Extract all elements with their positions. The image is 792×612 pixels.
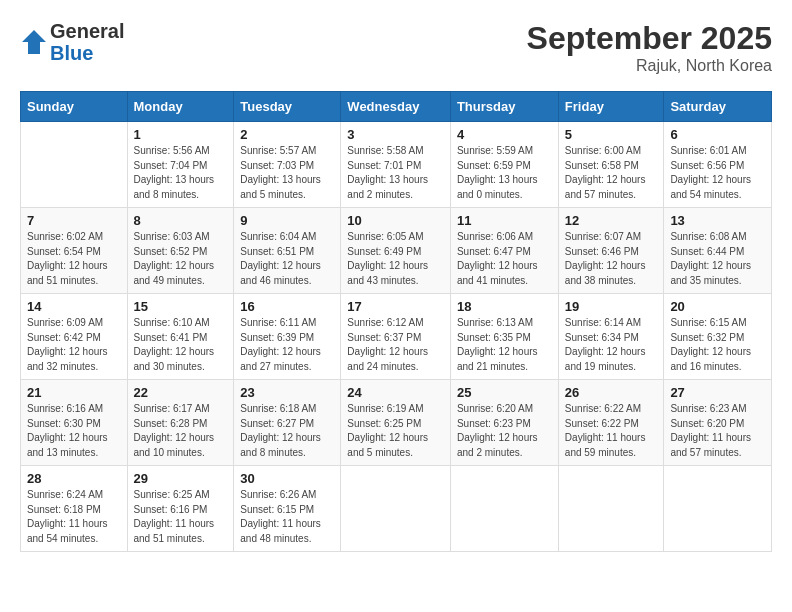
month-title: September 2025 (527, 20, 772, 57)
day-info: Sunrise: 6:07 AM Sunset: 6:46 PM Dayligh… (565, 230, 658, 288)
calendar-day-cell: 26Sunrise: 6:22 AM Sunset: 6:22 PM Dayli… (558, 380, 664, 466)
calendar-week-row: 21Sunrise: 6:16 AM Sunset: 6:30 PM Dayli… (21, 380, 772, 466)
day-info: Sunrise: 6:00 AM Sunset: 6:58 PM Dayligh… (565, 144, 658, 202)
calendar-day-cell (21, 122, 128, 208)
calendar-day-cell: 15Sunrise: 6:10 AM Sunset: 6:41 PM Dayli… (127, 294, 234, 380)
weekday-header: Sunday (21, 92, 128, 122)
day-info: Sunrise: 5:59 AM Sunset: 6:59 PM Dayligh… (457, 144, 552, 202)
day-number: 9 (240, 213, 334, 228)
weekday-header: Tuesday (234, 92, 341, 122)
day-number: 23 (240, 385, 334, 400)
logo-general: General (50, 20, 124, 42)
calendar-day-cell: 24Sunrise: 6:19 AM Sunset: 6:25 PM Dayli… (341, 380, 451, 466)
calendar-week-row: 28Sunrise: 6:24 AM Sunset: 6:18 PM Dayli… (21, 466, 772, 552)
calendar-day-cell: 12Sunrise: 6:07 AM Sunset: 6:46 PM Dayli… (558, 208, 664, 294)
day-info: Sunrise: 6:26 AM Sunset: 6:15 PM Dayligh… (240, 488, 334, 546)
day-info: Sunrise: 6:14 AM Sunset: 6:34 PM Dayligh… (565, 316, 658, 374)
logo: General Blue (20, 20, 124, 64)
calendar-day-cell: 28Sunrise: 6:24 AM Sunset: 6:18 PM Dayli… (21, 466, 128, 552)
calendar-day-cell: 27Sunrise: 6:23 AM Sunset: 6:20 PM Dayli… (664, 380, 772, 466)
day-number: 19 (565, 299, 658, 314)
calendar-day-cell: 25Sunrise: 6:20 AM Sunset: 6:23 PM Dayli… (450, 380, 558, 466)
calendar-day-cell: 11Sunrise: 6:06 AM Sunset: 6:47 PM Dayli… (450, 208, 558, 294)
day-number: 5 (565, 127, 658, 142)
day-number: 11 (457, 213, 552, 228)
calendar-day-cell: 16Sunrise: 6:11 AM Sunset: 6:39 PM Dayli… (234, 294, 341, 380)
day-number: 7 (27, 213, 121, 228)
day-info: Sunrise: 6:16 AM Sunset: 6:30 PM Dayligh… (27, 402, 121, 460)
day-number: 10 (347, 213, 444, 228)
calendar-day-cell: 8Sunrise: 6:03 AM Sunset: 6:52 PM Daylig… (127, 208, 234, 294)
day-info: Sunrise: 6:24 AM Sunset: 6:18 PM Dayligh… (27, 488, 121, 546)
day-info: Sunrise: 6:18 AM Sunset: 6:27 PM Dayligh… (240, 402, 334, 460)
day-info: Sunrise: 6:17 AM Sunset: 6:28 PM Dayligh… (134, 402, 228, 460)
day-info: Sunrise: 5:58 AM Sunset: 7:01 PM Dayligh… (347, 144, 444, 202)
calendar-day-cell: 19Sunrise: 6:14 AM Sunset: 6:34 PM Dayli… (558, 294, 664, 380)
day-info: Sunrise: 5:56 AM Sunset: 7:04 PM Dayligh… (134, 144, 228, 202)
logo-icon (20, 28, 48, 56)
calendar-day-cell: 13Sunrise: 6:08 AM Sunset: 6:44 PM Dayli… (664, 208, 772, 294)
day-info: Sunrise: 6:15 AM Sunset: 6:32 PM Dayligh… (670, 316, 765, 374)
calendar-day-cell: 22Sunrise: 6:17 AM Sunset: 6:28 PM Dayli… (127, 380, 234, 466)
day-number: 3 (347, 127, 444, 142)
weekday-header: Friday (558, 92, 664, 122)
day-number: 26 (565, 385, 658, 400)
day-number: 14 (27, 299, 121, 314)
day-number: 6 (670, 127, 765, 142)
page-header: General Blue September 2025 Rajuk, North… (20, 20, 772, 75)
day-number: 21 (27, 385, 121, 400)
day-info: Sunrise: 6:05 AM Sunset: 6:49 PM Dayligh… (347, 230, 444, 288)
day-number: 24 (347, 385, 444, 400)
calendar-day-cell: 4Sunrise: 5:59 AM Sunset: 6:59 PM Daylig… (450, 122, 558, 208)
weekday-header: Thursday (450, 92, 558, 122)
day-number: 16 (240, 299, 334, 314)
day-info: Sunrise: 6:02 AM Sunset: 6:54 PM Dayligh… (27, 230, 121, 288)
calendar-table: SundayMondayTuesdayWednesdayThursdayFrid… (20, 91, 772, 552)
calendar-day-cell: 3Sunrise: 5:58 AM Sunset: 7:01 PM Daylig… (341, 122, 451, 208)
day-number: 20 (670, 299, 765, 314)
calendar-day-cell: 23Sunrise: 6:18 AM Sunset: 6:27 PM Dayli… (234, 380, 341, 466)
day-info: Sunrise: 6:25 AM Sunset: 6:16 PM Dayligh… (134, 488, 228, 546)
calendar-day-cell: 10Sunrise: 6:05 AM Sunset: 6:49 PM Dayli… (341, 208, 451, 294)
day-number: 2 (240, 127, 334, 142)
day-info: Sunrise: 5:57 AM Sunset: 7:03 PM Dayligh… (240, 144, 334, 202)
calendar-week-row: 14Sunrise: 6:09 AM Sunset: 6:42 PM Dayli… (21, 294, 772, 380)
day-number: 25 (457, 385, 552, 400)
day-info: Sunrise: 6:10 AM Sunset: 6:41 PM Dayligh… (134, 316, 228, 374)
day-info: Sunrise: 6:01 AM Sunset: 6:56 PM Dayligh… (670, 144, 765, 202)
calendar-day-cell: 1Sunrise: 5:56 AM Sunset: 7:04 PM Daylig… (127, 122, 234, 208)
day-info: Sunrise: 6:09 AM Sunset: 6:42 PM Dayligh… (27, 316, 121, 374)
day-number: 8 (134, 213, 228, 228)
day-info: Sunrise: 6:06 AM Sunset: 6:47 PM Dayligh… (457, 230, 552, 288)
calendar-day-cell: 18Sunrise: 6:13 AM Sunset: 6:35 PM Dayli… (450, 294, 558, 380)
calendar-day-cell: 20Sunrise: 6:15 AM Sunset: 6:32 PM Dayli… (664, 294, 772, 380)
logo-blue: Blue (50, 42, 124, 64)
calendar-day-cell (341, 466, 451, 552)
day-info: Sunrise: 6:11 AM Sunset: 6:39 PM Dayligh… (240, 316, 334, 374)
day-info: Sunrise: 6:08 AM Sunset: 6:44 PM Dayligh… (670, 230, 765, 288)
calendar-day-cell (664, 466, 772, 552)
calendar-day-cell: 6Sunrise: 6:01 AM Sunset: 6:56 PM Daylig… (664, 122, 772, 208)
weekday-header: Monday (127, 92, 234, 122)
day-info: Sunrise: 6:20 AM Sunset: 6:23 PM Dayligh… (457, 402, 552, 460)
calendar-day-cell: 30Sunrise: 6:26 AM Sunset: 6:15 PM Dayli… (234, 466, 341, 552)
calendar-day-cell: 21Sunrise: 6:16 AM Sunset: 6:30 PM Dayli… (21, 380, 128, 466)
calendar-week-row: 7Sunrise: 6:02 AM Sunset: 6:54 PM Daylig… (21, 208, 772, 294)
location: Rajuk, North Korea (527, 57, 772, 75)
calendar-day-cell: 9Sunrise: 6:04 AM Sunset: 6:51 PM Daylig… (234, 208, 341, 294)
weekday-header: Saturday (664, 92, 772, 122)
calendar-day-cell (450, 466, 558, 552)
calendar-day-cell: 17Sunrise: 6:12 AM Sunset: 6:37 PM Dayli… (341, 294, 451, 380)
day-number: 13 (670, 213, 765, 228)
day-number: 1 (134, 127, 228, 142)
title-block: September 2025 Rajuk, North Korea (527, 20, 772, 75)
calendar-week-row: 1Sunrise: 5:56 AM Sunset: 7:04 PM Daylig… (21, 122, 772, 208)
day-info: Sunrise: 6:04 AM Sunset: 6:51 PM Dayligh… (240, 230, 334, 288)
day-number: 28 (27, 471, 121, 486)
day-info: Sunrise: 6:12 AM Sunset: 6:37 PM Dayligh… (347, 316, 444, 374)
day-number: 30 (240, 471, 334, 486)
day-number: 22 (134, 385, 228, 400)
calendar-header-row: SundayMondayTuesdayWednesdayThursdayFrid… (21, 92, 772, 122)
calendar-day-cell: 29Sunrise: 6:25 AM Sunset: 6:16 PM Dayli… (127, 466, 234, 552)
day-info: Sunrise: 6:03 AM Sunset: 6:52 PM Dayligh… (134, 230, 228, 288)
